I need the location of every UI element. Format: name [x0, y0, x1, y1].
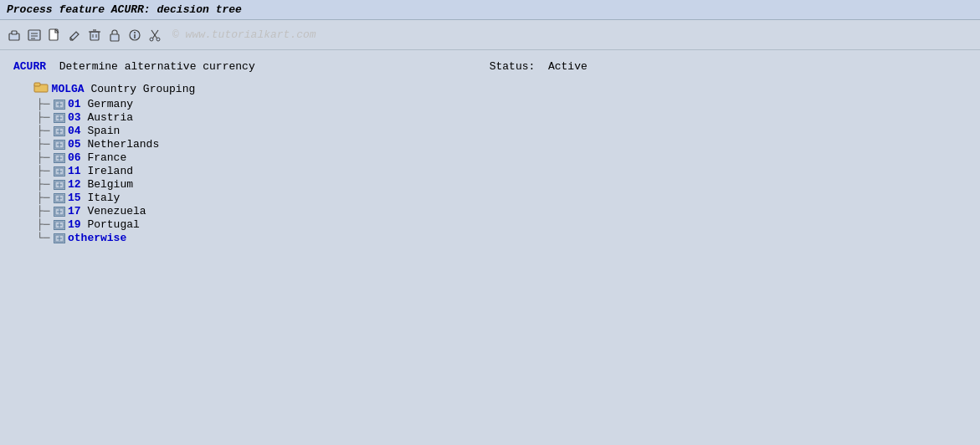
- tree-row[interactable]: ├─06 France: [37, 151, 967, 164]
- node-name: Spain: [81, 125, 121, 137]
- leaf-box-icon: [54, 233, 65, 243]
- tree-row[interactable]: ├─01 Germany: [37, 98, 967, 110]
- tree-connector: ├─: [37, 98, 54, 110]
- tree-row[interactable]: ├─05 Netherlands: [37, 138, 967, 151]
- title-text: Process feature ACURR: decision tree: [7, 3, 242, 16]
- lock-icon[interactable]: [105, 26, 124, 44]
- node-name: France: [81, 151, 127, 164]
- tree-connector: ├─: [37, 111, 54, 124]
- tree-row[interactable]: ├─11 Ireland: [37, 165, 967, 177]
- leaf-box-icon: [54, 193, 65, 203]
- tree-node-label: 03 Austria: [68, 111, 133, 124]
- node-code: 06: [68, 151, 81, 164]
- molga-label: Country Grouping: [85, 83, 196, 95]
- connector-l0: [20, 83, 33, 95]
- node-name: Portugal: [81, 218, 140, 231]
- new-doc-icon[interactable]: [45, 26, 64, 44]
- svg-rect-15: [110, 34, 119, 41]
- node-name: Italy: [81, 192, 121, 204]
- node-name: Germany: [81, 98, 133, 110]
- leaf-box-icon: [54, 207, 65, 217]
- node-code: 04: [68, 125, 81, 137]
- task-icon[interactable]: [5, 26, 23, 44]
- main-content: ACURR Determine alternative currency Sta…: [0, 50, 980, 435]
- leaf-box-icon: [54, 140, 65, 150]
- tree-node-label: 17 Venezuela: [68, 205, 146, 217]
- feature-code: ACURR: [13, 60, 46, 73]
- node-code: 05: [68, 138, 81, 151]
- tree-row[interactable]: ├─19 Portugal: [37, 218, 967, 231]
- feature-description: Determine alternative currency: [53, 60, 255, 73]
- tree-connector: ├─: [37, 151, 54, 164]
- feature-header: ACURR Determine alternative currency: [13, 60, 255, 73]
- svg-point-22: [156, 38, 160, 41]
- svg-rect-1: [12, 31, 17, 34]
- node-code: 19: [68, 218, 81, 231]
- node-name: Netherlands: [81, 138, 160, 151]
- leaf-box-icon: [54, 166, 65, 176]
- tree-row[interactable]: └─otherwise: [37, 232, 967, 244]
- tree-connector: └─: [37, 232, 54, 244]
- leaf-box-icon: [54, 100, 65, 110]
- node-code: 17: [68, 205, 81, 217]
- tree-node-label: 15 Italy: [68, 192, 120, 204]
- tree-connector: ├─: [37, 165, 54, 177]
- header-row: ACURR Determine alternative currency Sta…: [13, 60, 967, 73]
- leaf-box-icon: [54, 180, 65, 190]
- leaf-box-icon: [54, 113, 65, 123]
- title-bar: Process feature ACURR: decision tree: [0, 0, 980, 20]
- tree-node-label: 19 Portugal: [68, 218, 140, 231]
- folder-icon-molga: [33, 81, 49, 96]
- tree-node-label: 11 Ireland: [68, 165, 133, 177]
- node-code: 12: [68, 178, 81, 191]
- status-section: Status: Active: [490, 60, 587, 73]
- list-icon[interactable]: [25, 26, 44, 44]
- node-code: 11: [68, 165, 81, 177]
- tree-node-label: 06 France: [68, 151, 126, 164]
- watermark-text: © www.tutorialkart.com: [172, 28, 316, 41]
- node-code: 03: [68, 111, 81, 124]
- cut-icon[interactable]: [146, 26, 164, 44]
- node-name: Belgium: [81, 178, 133, 191]
- tree-children: ├─01 Germany├─03 Austria├─04 Spain├─05 N…: [20, 98, 967, 244]
- tree-connector: ├─: [37, 218, 54, 231]
- leaf-box-icon: [54, 153, 65, 163]
- tree-row[interactable]: ├─12 Belgium: [37, 178, 967, 191]
- info-icon[interactable]: [126, 26, 144, 44]
- tree-node-label: 01 Germany: [68, 98, 133, 110]
- molga-code[interactable]: MOLGA: [52, 83, 85, 95]
- svg-rect-24: [34, 83, 40, 86]
- tree-row[interactable]: ├─03 Austria: [37, 111, 967, 124]
- tree-row[interactable]: ├─15 Italy: [37, 192, 967, 204]
- tree-node-label: 04 Spain: [68, 125, 120, 137]
- tree-node-label: 05 Netherlands: [68, 138, 159, 151]
- tree-connector: ├─: [37, 138, 54, 151]
- svg-point-18: [134, 32, 136, 33]
- leaf-box-icon: [54, 220, 65, 230]
- svg-point-21: [150, 38, 153, 41]
- node-name: Ireland: [81, 165, 133, 177]
- node-name: Venezuela: [81, 205, 146, 217]
- decision-tree: MOLGA Country Grouping ├─01 Germany├─03 …: [13, 81, 967, 244]
- svg-rect-10: [90, 32, 99, 40]
- tree-row[interactable]: ├─17 Venezuela: [37, 205, 967, 217]
- leaf-box-icon: [54, 126, 65, 136]
- status-value: Active: [541, 60, 587, 73]
- node-code: 01: [68, 98, 81, 110]
- tree-row[interactable]: ├─04 Spain: [37, 125, 967, 137]
- toolbar: © www.tutorialkart.com: [0, 20, 980, 50]
- tree-connector: ├─: [37, 178, 54, 191]
- status-label: Status:: [490, 60, 536, 73]
- node-code: 15: [68, 192, 81, 204]
- delete-icon[interactable]: [85, 26, 104, 44]
- edit-icon[interactable]: [65, 26, 84, 44]
- tree-connector: ├─: [37, 205, 54, 217]
- tree-node-label: 12 Belgium: [68, 178, 133, 191]
- tree-connector: ├─: [37, 192, 54, 204]
- tree-node-label: otherwise: [68, 232, 126, 244]
- tree-molga-row: MOLGA Country Grouping: [20, 81, 967, 96]
- tree-connector: ├─: [37, 125, 54, 137]
- node-name: Austria: [81, 111, 133, 124]
